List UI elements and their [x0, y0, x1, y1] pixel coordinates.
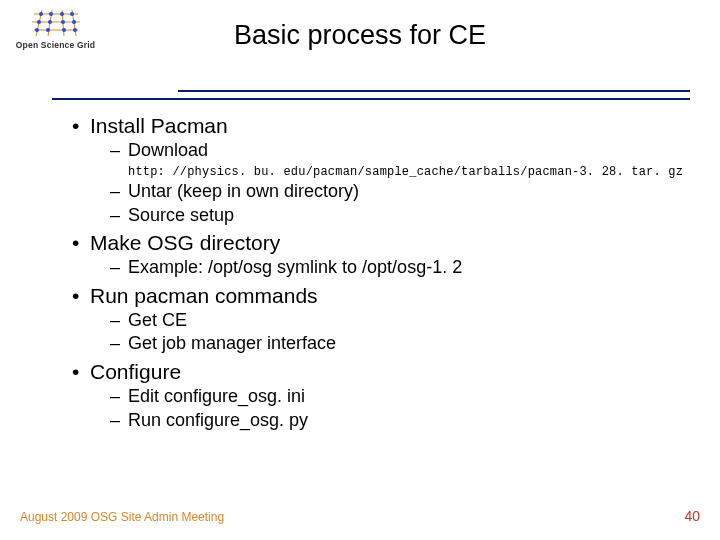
page-title: Basic process for CE	[0, 20, 720, 51]
svg-point-8	[49, 12, 53, 16]
svg-point-9	[60, 12, 64, 16]
sub-untar: Untar (keep in own directory)	[110, 180, 700, 203]
sub-get-jobmgr: Get job manager interface	[110, 332, 700, 355]
sub-example-symlink: Example: /opt/osg symlink to /opt/osg-1.…	[110, 256, 700, 279]
title-divider	[0, 90, 720, 100]
sub-edit-ini: Edit configure_osg. ini	[110, 385, 700, 408]
bullet-configure: Configure Edit configure_osg. ini Run co…	[72, 358, 700, 432]
sub-get-ce: Get CE	[110, 309, 700, 332]
sub-run-py: Run configure_osg. py	[110, 409, 700, 432]
bullet-make-osg: Make OSG directory Example: /opt/osg sym…	[72, 229, 700, 280]
slide-number: 40	[684, 508, 700, 524]
slide-body: Install Pacman Download http: //physics.…	[72, 112, 700, 434]
bullet-install-pacman: Install Pacman Download http: //physics.…	[72, 112, 700, 227]
svg-point-10	[70, 12, 74, 16]
pacman-url: http: //physics. bu. edu/pacman/sample_c…	[128, 165, 700, 181]
svg-point-7	[39, 12, 43, 16]
bullet-run-pacman: Run pacman commands Get CE Get job manag…	[72, 282, 700, 356]
sub-download: Download	[110, 139, 700, 162]
sub-source: Source setup	[110, 204, 700, 227]
footer-meeting: August 2009 OSG Site Admin Meeting	[20, 510, 224, 524]
